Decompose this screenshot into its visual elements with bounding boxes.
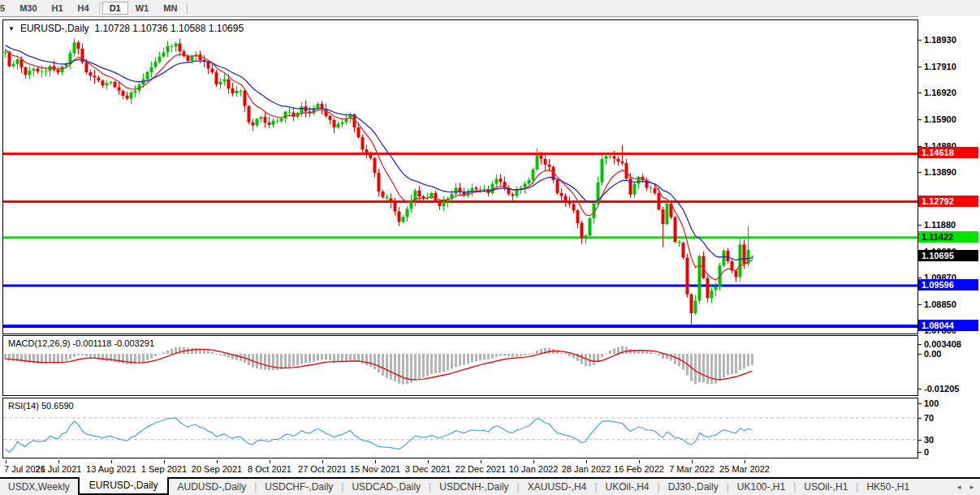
date-tick-mark bbox=[217, 460, 218, 463]
axis-tick-mark bbox=[918, 418, 922, 419]
chart-tab-xauusd[interactable]: XAUUSD-,H4 bbox=[520, 480, 595, 494]
axis-tick-mark bbox=[918, 403, 922, 404]
chart-tab-usoil[interactable]: USOil-,H1 bbox=[796, 480, 856, 494]
date-tick-mark bbox=[639, 460, 640, 463]
date-tick-mark bbox=[533, 460, 534, 463]
chart-ohlc-values: 1.10728 1.10736 1.10588 1.10695 bbox=[95, 23, 244, 34]
chart-tab-ukoil[interactable]: UKOil-,H4 bbox=[598, 480, 658, 494]
date-tick-mark bbox=[375, 460, 376, 463]
chart-tab-usdcnh[interactable]: USDCNH-,Daily bbox=[431, 480, 516, 494]
macd-label: MACD(12,26,9) -0.001118 -0.003291 bbox=[8, 338, 154, 348]
macd-axis-tick: 0.00 bbox=[924, 349, 941, 359]
price-level-label[interactable]: 1.11422 bbox=[918, 231, 978, 243]
rsi-line bbox=[6, 418, 753, 453]
chart-tab-usdchf[interactable]: USDCHF-,Daily bbox=[257, 480, 341, 494]
date-axis-label: 7 Mar 2022 bbox=[669, 464, 714, 474]
date-tick-mark bbox=[322, 460, 323, 463]
timeframe-button-5[interactable]: 5 bbox=[0, 2, 12, 15]
date-axis-label: 13 Aug 2021 bbox=[86, 464, 136, 474]
axis-tick-mark bbox=[918, 344, 922, 345]
rsi-axis-tick: 0 bbox=[924, 447, 929, 457]
timeframe-button-m30[interactable]: M30 bbox=[12, 2, 44, 15]
axis-tick-mark bbox=[918, 278, 922, 278]
timeframe-button-h1[interactable]: H1 bbox=[45, 2, 71, 15]
date-tick-mark bbox=[481, 460, 481, 463]
date-axis-label: 15 Nov 2021 bbox=[350, 464, 400, 474]
chart-tab-audusd[interactable]: AUDUSD-,Daily bbox=[169, 480, 254, 494]
date-tick-mark bbox=[58, 460, 59, 463]
chart-tab-uk100[interactable]: UK100-,H1 bbox=[729, 480, 793, 494]
date-axis-label: 20 Sep 2021 bbox=[192, 464, 242, 474]
timeframe-button-d1[interactable]: D1 bbox=[102, 2, 128, 15]
price-axis-tick: 1.11880 bbox=[924, 220, 956, 230]
price-level-label[interactable]: 1.14618 bbox=[918, 147, 978, 158]
chart-tab-usdx[interactable]: USDX,Weekly bbox=[0, 480, 78, 494]
date-axis-label: 16 Feb 2022 bbox=[614, 464, 664, 474]
toolbar-divider bbox=[187, 2, 188, 14]
axis-tick-mark bbox=[918, 40, 922, 41]
timeframe-button-w1[interactable]: W1 bbox=[128, 2, 157, 15]
rsi-axis-tick: 70 bbox=[924, 413, 934, 423]
date-axis-label: 27 Oct 2021 bbox=[298, 464, 347, 474]
axis-tick-mark bbox=[918, 389, 922, 390]
macd-indicator-panel[interactable]: MACD(12,26,9) -0.001118 -0.003291 bbox=[2, 335, 918, 396]
mt4-terminal-window: 5M30H1H4D1W1MN ▼ EURUSD-,Daily 1.10728 1… bbox=[0, 0, 980, 495]
rsi-plot[interactable] bbox=[3, 398, 917, 458]
macd-axis-tick: -0.01205 bbox=[924, 384, 959, 394]
axis-tick-mark bbox=[918, 354, 922, 355]
price-level-label[interactable]: 1.08044 bbox=[918, 320, 978, 331]
candlestick-plot[interactable] bbox=[3, 20, 917, 334]
chart-tab-dj30[interactable]: DJ30-,Daily bbox=[660, 480, 727, 494]
tab-scroll-right-icon[interactable]: ► bbox=[969, 484, 975, 491]
date-axis-label: 26 Jul 2021 bbox=[36, 464, 82, 474]
axis-tick-mark bbox=[918, 172, 922, 173]
price-chart-panel[interactable]: ▼ EURUSD-,Daily 1.10728 1.10736 1.10588 … bbox=[2, 19, 918, 334]
axis-tick-mark bbox=[918, 440, 922, 441]
chart-symbol-label: EURUSD-,Daily bbox=[20, 23, 89, 34]
rsi-indicator-panel[interactable]: RSI(14) 50.6590 bbox=[2, 398, 918, 458]
date-tick-mark bbox=[692, 460, 693, 463]
price-level-label[interactable]: 1.12792 bbox=[918, 196, 978, 207]
tab-scroll-left-icon[interactable]: ◄ bbox=[956, 484, 962, 491]
date-axis-label: 25 Mar 2022 bbox=[719, 464, 770, 474]
date-tick-mark bbox=[428, 460, 429, 463]
chart-tab-hk50[interactable]: HK50-,H1 bbox=[858, 480, 917, 494]
date-axis[interactable]: 7 Jul 202126 Jul 202113 Aug 20211 Sep 20… bbox=[3, 460, 918, 476]
axis-tick-mark bbox=[918, 304, 922, 305]
price-axis-tick: 1.16920 bbox=[924, 88, 956, 97]
date-tick-mark bbox=[164, 460, 165, 463]
date-axis-label: 10 Jan 2022 bbox=[509, 464, 559, 474]
price-axis-tick: 1.17910 bbox=[924, 62, 956, 71]
date-axis-label: 8 Oct 2021 bbox=[248, 464, 291, 474]
price-level-label[interactable]: 1.10695 bbox=[918, 250, 978, 261]
macd-values: -0.001118 -0.003291 bbox=[72, 338, 154, 348]
rsi-axis-tick: 30 bbox=[924, 435, 934, 445]
date-axis-label: 1 Sep 2021 bbox=[141, 464, 187, 474]
axis-tick-mark bbox=[918, 93, 922, 93]
price-axis[interactable]: 1.189301.179101.169201.159001.148801.138… bbox=[918, 16, 980, 476]
price-level-label[interactable]: 1.09596 bbox=[918, 279, 978, 291]
date-axis-label: 28 Jan 2022 bbox=[562, 464, 611, 474]
chart-tab-eurusd[interactable]: EURUSD-,Daily bbox=[78, 477, 170, 495]
rsi-label: RSI(14) 50.6590 bbox=[8, 401, 74, 411]
date-tick-mark bbox=[270, 460, 270, 463]
timeframe-button-h4[interactable]: H4 bbox=[71, 2, 97, 15]
chart-title: ▼ EURUSD-,Daily 1.10728 1.10736 1.10588 … bbox=[8, 23, 244, 34]
rsi-value: 50.6590 bbox=[41, 401, 74, 411]
price-axis-tick: 1.15900 bbox=[924, 114, 956, 124]
macd-axis-tick: 0.003408 bbox=[924, 339, 961, 349]
timeframe-toolbar: 5M30H1H4D1W1MN bbox=[0, 0, 980, 17]
date-tick-mark bbox=[6, 460, 6, 463]
timeframe-button-mn[interactable]: MN bbox=[156, 2, 184, 15]
chevron-down-icon[interactable]: ▼ bbox=[8, 25, 15, 32]
price-axis-tick: 1.13890 bbox=[924, 167, 956, 177]
axis-tick-mark bbox=[918, 225, 922, 226]
axis-tick-mark bbox=[918, 452, 922, 453]
rsi-axis-tick: 100 bbox=[924, 398, 939, 408]
axis-tick-mark bbox=[918, 67, 922, 67]
toolbar-divider bbox=[99, 2, 100, 14]
date-axis-label: 3 Dec 2021 bbox=[405, 464, 451, 474]
chart-tab-usdcad[interactable]: USDCAD-,Daily bbox=[343, 480, 429, 494]
date-tick-mark bbox=[586, 460, 587, 463]
date-tick-mark bbox=[111, 460, 112, 463]
